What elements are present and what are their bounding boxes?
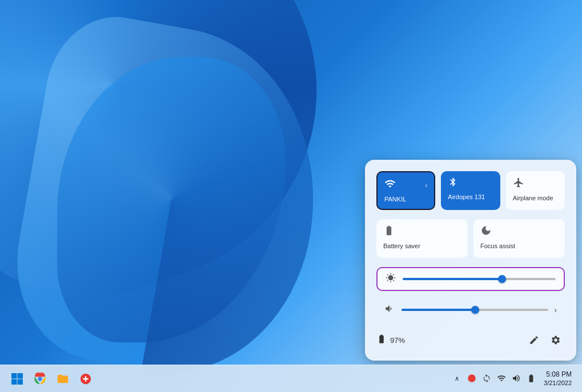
- tray-volume-icon[interactable]: [511, 373, 522, 384]
- tray-icon-1[interactable]: [466, 373, 477, 384]
- start-button[interactable]: [7, 369, 27, 389]
- app4-taskbar-icon[interactable]: [75, 369, 96, 389]
- svg-rect-1: [18, 373, 23, 379]
- battery-tile-top: [383, 225, 461, 239]
- edit-button[interactable]: [525, 331, 543, 349]
- volume-slider-row[interactable]: ›: [376, 298, 565, 322]
- focus-tile-top: [480, 225, 558, 239]
- wifi-tile-top: ›: [384, 178, 427, 192]
- system-clock[interactable]: 5:08 PM 3/21/2022: [540, 369, 575, 389]
- svg-point-4: [38, 377, 42, 381]
- svg-rect-0: [11, 373, 17, 379]
- tray-chevron[interactable]: ∧: [451, 373, 463, 384]
- brightness-thumb[interactable]: [498, 275, 506, 283]
- airplane-label: Airplane mode: [513, 195, 553, 201]
- wifi-arrow-icon[interactable]: ›: [425, 181, 427, 189]
- battery-saver-icon: [383, 225, 395, 239]
- file-explorer-taskbar-icon[interactable]: [53, 369, 73, 389]
- taskbar-left: [7, 369, 96, 389]
- battery-status: 97%: [376, 334, 405, 346]
- bluetooth-tile[interactable]: Airdopes 131: [441, 171, 500, 210]
- quick-actions-row2: Battery saver Focus assist: [376, 219, 565, 258]
- focus-assist-tile[interactable]: Focus assist: [473, 219, 565, 258]
- brightness-icon: [386, 273, 397, 285]
- tray-sync-icon[interactable]: [481, 373, 492, 384]
- wifi-tile[interactable]: › PANKIL: [376, 171, 435, 210]
- tray-battery-icon[interactable]: [525, 373, 537, 384]
- svg-rect-2: [11, 379, 17, 385]
- sliders-section: ›: [376, 267, 565, 322]
- battery-saver-label: Battery saver: [383, 243, 420, 249]
- taskbar: ∧: [0, 365, 582, 392]
- bluetooth-label: Airdopes 131: [448, 193, 485, 200]
- system-tray: ∧: [451, 369, 575, 389]
- brightness-fill: [403, 278, 502, 280]
- chrome-taskbar-icon[interactable]: [30, 369, 50, 389]
- clock-date: 3/21/2022: [544, 379, 572, 387]
- airplane-tile-top: [513, 177, 558, 191]
- bt-tile-top: [448, 177, 493, 190]
- svg-point-6: [468, 375, 475, 382]
- clock-time: 5:08 PM: [544, 370, 572, 379]
- quick-actions-row1: › PANKIL Airdopes 131: [376, 171, 565, 210]
- wifi-label: PANKIL: [384, 196, 406, 203]
- focus-assist-icon: [480, 225, 492, 239]
- qs-bottom-bar: 97%: [376, 331, 565, 349]
- airplane-icon: [513, 177, 524, 191]
- battery-status-icon: [376, 334, 387, 346]
- bluetooth-icon: [448, 177, 458, 190]
- battery-percent-label: 97%: [390, 336, 405, 345]
- settings-button[interactable]: [547, 331, 565, 349]
- tray-wifi-icon[interactable]: [496, 373, 507, 384]
- brightness-track[interactable]: [403, 278, 556, 280]
- brightness-slider-row[interactable]: [376, 267, 565, 291]
- battery-saver-tile[interactable]: Battery saver: [376, 219, 468, 258]
- quick-settings-panel: › PANKIL Airdopes 131: [365, 160, 576, 361]
- volume-icon: [384, 304, 396, 316]
- svg-rect-3: [18, 379, 23, 385]
- airplane-tile[interactable]: Airplane mode: [506, 171, 565, 210]
- volume-track[interactable]: [402, 309, 548, 311]
- qs-bottom-actions: [525, 331, 565, 349]
- wifi-icon: [384, 178, 396, 192]
- focus-assist-label: Focus assist: [480, 243, 515, 249]
- volume-fill: [402, 309, 475, 311]
- volume-expand-icon[interactable]: ›: [554, 305, 557, 314]
- volume-thumb[interactable]: [471, 306, 479, 314]
